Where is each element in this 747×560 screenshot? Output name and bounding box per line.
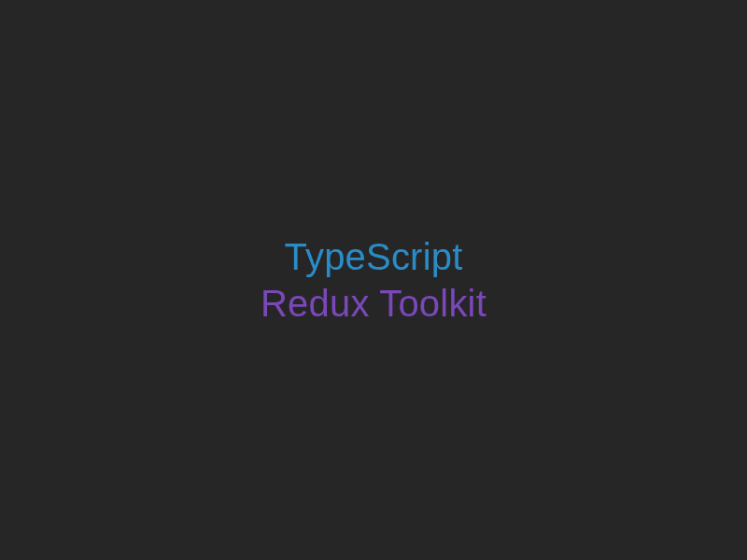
title-line-1: TypeScript: [261, 233, 486, 280]
title-line-2: Redux Toolkit: [261, 280, 486, 327]
slide-content: TypeScript Redux Toolkit: [261, 233, 486, 327]
